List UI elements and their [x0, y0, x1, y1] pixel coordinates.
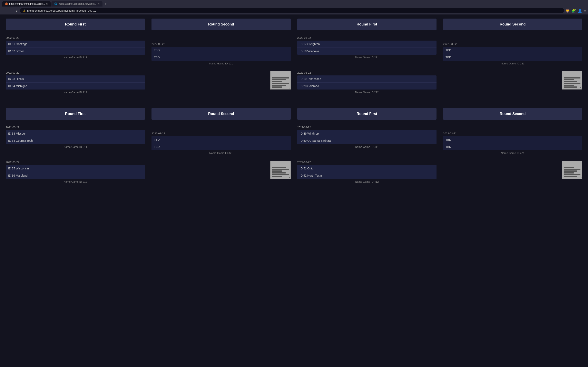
preview-line [564, 85, 574, 86]
team-row-311-1[interactable]: ID 33 Missouri [6, 130, 145, 137]
team-row-312-2[interactable]: ID 36 Maryland [6, 172, 145, 179]
preview-lines-2 [562, 76, 582, 89]
tab-close-button[interactable]: ✕ [46, 3, 48, 5]
teams-group-111: ID 01 Gonzaga ID 02 Baylor [6, 41, 145, 55]
game-label-212: Name Game ID 212 [297, 91, 437, 94]
team-row-421-2[interactable]: TBD [443, 143, 582, 150]
preview-line [564, 172, 574, 174]
team-row-411-2[interactable]: ID 50 UC Santa Barbara [297, 137, 437, 144]
teams-group-312: ID 35 Wisconsin ID 36 Maryland [6, 165, 145, 179]
bracket-col-4: Round Second 2022-03-22 TBD TBD Name Gam… [441, 18, 584, 98]
team-row-311-2[interactable]: ID 34 Georgia Tech [6, 137, 145, 144]
bracket-section-top: Round First 2022-03-22 ID 01 Gonzaga ID … [4, 18, 584, 98]
round-header-3: Round First [297, 18, 437, 30]
team-row-321-2[interactable]: TBD [151, 143, 291, 150]
game-label-421: Name Game ID 421 [443, 151, 582, 155]
forward-button[interactable]: → [8, 9, 13, 13]
team-row-212-2[interactable]: ID 20 Colorado [297, 83, 437, 90]
new-tab-button[interactable]: + [103, 2, 108, 6]
round-header-4: Round Second [443, 18, 582, 30]
team-row-412-2[interactable]: ID 52 North Texas [297, 172, 437, 179]
preview-line [564, 79, 574, 80]
team-row-212-1[interactable]: ID 19 Tennessee [297, 75, 437, 83]
matchup-date-311: 2022-03-22 [6, 126, 145, 129]
team-row-211-1[interactable]: ID 17 Creighton [297, 41, 437, 48]
matchup-date-312: 2022-03-22 [6, 161, 145, 164]
team-row-321-1[interactable]: TBD [151, 136, 291, 143]
matchup-group-121: 2022-03-22 TBD TBD Name Game ID 121 [151, 42, 291, 65]
preview-line [564, 169, 580, 170]
resize-handle[interactable]: ⤡ [288, 87, 290, 89]
reload-button[interactable]: ↻ [14, 9, 19, 13]
matchup-date-321: 2022-03-22 [151, 132, 291, 135]
bracket-section-row-bottom: Round First 2022-03-22 ID 33 Missouri ID… [4, 108, 584, 187]
game-label-411: Name Game ID 411 [297, 145, 437, 149]
team-row-112-2[interactable]: ID 04 Michigan [6, 83, 145, 90]
matchup-group-211: 2022-03-22 ID 17 Creighton ID 18 Villano… [297, 36, 437, 59]
round-header-5: Round First [6, 108, 145, 120]
tab-close-button-2[interactable]: ✕ [98, 3, 100, 5]
team-row-221-2[interactable]: TBD [443, 54, 582, 61]
game-label-112: Name Game ID 112 [6, 91, 145, 94]
team-row-421-1[interactable]: TBD [443, 136, 582, 143]
game-label-312: Name Game ID 312 [6, 180, 145, 183]
matchup-date-221: 2022-03-22 [443, 42, 582, 45]
team-row-221-1[interactable]: TBD [443, 47, 582, 54]
teams-group-311: ID 33 Missouri ID 34 Georgia Tech [6, 130, 145, 144]
teams-group-212: ID 19 Tennessee ID 20 Colorado [297, 75, 437, 90]
team-row-121-1[interactable]: TBD [151, 47, 291, 54]
team-row-111-1[interactable]: ID 01 Gonzaga [6, 41, 145, 48]
resize-handle-2[interactable]: ⤡ [580, 87, 582, 89]
matchup-group-421: 2022-03-22 TBD TBD Name Game ID 421 [443, 132, 582, 155]
matchup-group-411: 2022-03-22 ID 49 Winthrop ID 50 UC Santa… [297, 126, 437, 149]
game-label-121: Name Game ID 121 [151, 62, 291, 65]
matchup-group-311: 2022-03-22 ID 33 Missouri ID 34 Georgia … [6, 126, 145, 149]
preview-line [272, 83, 289, 84]
menu-icon[interactable]: ≡ [584, 8, 586, 13]
address-bar[interactable]: 🔒 nftmarchmadness.vercel.app/bracket/my_… [20, 8, 564, 13]
teams-group-211: ID 17 Creighton ID 18 Villanova [297, 41, 437, 55]
matchup-date-211: 2022-03-22 [297, 36, 437, 39]
resize-handle-4[interactable]: ⤡ [580, 176, 582, 178]
game-label-311: Name Game ID 311 [6, 145, 145, 149]
round-header-8: Round Second [443, 108, 582, 120]
team-row-211-2[interactable]: ID 18 Villanova [297, 48, 437, 55]
preview-line [272, 176, 282, 177]
browser-chrome: 🏀 https://nftmarchmadness.verce... ✕ 🌐 h… [0, 0, 588, 15]
bracket-section-bottom: Round First 2022-03-22 ID 33 Missouri ID… [4, 108, 584, 187]
matchup-date-421: 2022-03-22 [443, 132, 582, 135]
tab-label: https://nftmarchmadness.verce... [9, 2, 45, 5]
preview-box-1[interactable]: ⤡ [270, 71, 291, 90]
team-row-312-1[interactable]: ID 35 Wisconsin [6, 165, 145, 172]
back-button[interactable]: ← [2, 9, 7, 13]
team-row-412-1[interactable]: ID 51 Ohio [297, 165, 437, 172]
tab-active[interactable]: 🏀 https://nftmarchmadness.verce... ✕ [2, 1, 51, 7]
preview-box-2[interactable]: ⤡ [562, 71, 582, 90]
preview-line [272, 167, 286, 168]
brave-icon: 🦁 [565, 8, 570, 13]
matchup-group-412: 2022-03-22 ID 51 Ohio ID 52 North Texas … [297, 161, 437, 183]
team-row-121-2[interactable]: TBD [151, 54, 291, 61]
resize-handle-3[interactable]: ⤡ [288, 176, 290, 178]
preview-line [564, 86, 577, 88]
preview-line [564, 81, 577, 82]
tab-inactive[interactable]: 🌐 https://testnet.tableland.network/t...… [52, 1, 103, 7]
address-text: nftmarchmadness.vercel.app/bracket/my_br… [27, 9, 96, 12]
game-label-412: Name Game ID 412 [297, 180, 437, 183]
matchup-group-321: 2022-03-22 TBD TBD Name Game ID 321 [151, 132, 291, 155]
browser-icons: 🦁 🧩 👤 ≡ [565, 8, 586, 13]
team-row-111-2[interactable]: ID 02 Baylor [6, 48, 145, 55]
preview-line [272, 81, 282, 82]
matchup-group-312: 2022-03-22 ID 35 Wisconsin ID 36 Marylan… [6, 161, 145, 183]
preview-box-4[interactable]: ⤡ [562, 161, 582, 179]
matchup-group-221: 2022-03-22 TBD TBD Name Game ID 221 [443, 42, 582, 65]
extension-icon: 🧩 [571, 8, 576, 13]
preview-box-3[interactable]: ⤡ [270, 161, 291, 179]
team-row-112-1[interactable]: ID 03 Illinois [6, 75, 145, 83]
matchup-group-111: 2022-03-22 ID 01 Gonzaga ID 02 Baylor Na… [6, 36, 145, 59]
game-label-221: Name Game ID 221 [443, 62, 582, 65]
bracket-col-7: Round First 2022-03-22 ID 49 Winthrop ID… [296, 108, 438, 187]
team-row-411-1[interactable]: ID 49 Winthrop [297, 130, 437, 137]
preview-line [564, 167, 574, 168]
teams-group-112: ID 03 Illinois ID 04 Michigan [6, 75, 145, 90]
